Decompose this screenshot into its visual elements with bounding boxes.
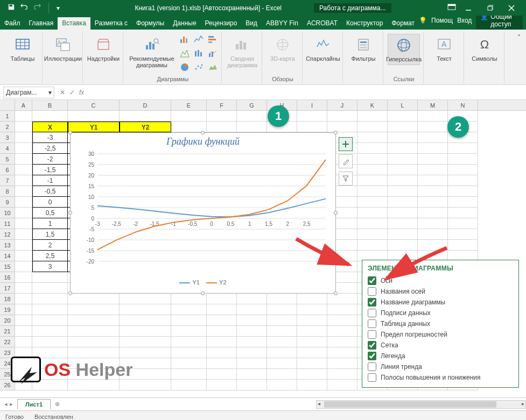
- cell[interactable]: [388, 122, 418, 132]
- cell[interactable]: [15, 240, 32, 251]
- cell[interactable]: [15, 186, 32, 197]
- cell[interactable]: [207, 358, 237, 369]
- cell[interactable]: [267, 380, 297, 390]
- cell[interactable]: [68, 337, 120, 347]
- panel-checkbox[interactable]: [368, 309, 376, 317]
- panel-item[interactable]: Полосы повышения и понижения: [368, 372, 513, 383]
- cell[interactable]: [207, 380, 237, 390]
- tab-insert[interactable]: Вставка: [58, 17, 90, 30]
- cell[interactable]: [448, 165, 478, 175]
- cell[interactable]: [418, 165, 448, 175]
- cell[interactable]: [207, 326, 237, 337]
- panel-checkbox[interactable]: [368, 287, 376, 296]
- cell[interactable]: [32, 272, 68, 283]
- row-header[interactable]: 20: [0, 315, 15, 326]
- cell[interactable]: [357, 111, 388, 122]
- cell[interactable]: [32, 294, 68, 304]
- cell[interactable]: [357, 218, 388, 229]
- col-header[interactable]: E: [171, 100, 207, 110]
- cell[interactable]: [207, 337, 237, 347]
- row-header[interactable]: 5: [0, 154, 15, 165]
- cell[interactable]: [237, 369, 267, 380]
- cell[interactable]: [120, 304, 171, 315]
- row-header[interactable]: 18: [0, 294, 15, 304]
- cell[interactable]: [357, 154, 388, 165]
- select-all-cell[interactable]: [0, 100, 15, 111]
- cell[interactable]: [15, 218, 32, 229]
- cell[interactable]: [418, 208, 448, 218]
- cell[interactable]: [448, 154, 478, 165]
- cell[interactable]: [171, 294, 207, 304]
- restore-button[interactable]: [481, 2, 499, 14]
- cell[interactable]: [120, 337, 171, 347]
- qat-dropdown-icon[interactable]: ▾: [57, 4, 60, 12]
- addins-button[interactable]: Надстройки: [87, 34, 120, 62]
- cell[interactable]: [418, 111, 448, 122]
- cell[interactable]: X: [32, 122, 68, 132]
- tables-button[interactable]: Таблицы: [6, 34, 39, 62]
- cell[interactable]: [297, 337, 327, 347]
- cell[interactable]: [32, 111, 68, 122]
- tell-me-icon[interactable]: 💡: [419, 17, 427, 24]
- cell[interactable]: [357, 122, 388, 132]
- cell[interactable]: [388, 132, 418, 143]
- line-chart-icon[interactable]: [193, 34, 204, 45]
- cell[interactable]: [357, 197, 388, 208]
- cell[interactable]: [68, 326, 120, 337]
- sheet-nav-prev-icon[interactable]: ◂: [4, 401, 8, 408]
- cell[interactable]: [171, 347, 207, 358]
- cell[interactable]: [15, 208, 32, 218]
- cell[interactable]: [327, 315, 357, 326]
- collapse-ribbon-icon[interactable]: ˄: [517, 32, 523, 83]
- tab-file[interactable]: Файл: [0, 17, 25, 30]
- cell[interactable]: [171, 380, 207, 390]
- cell[interactable]: [15, 283, 32, 294]
- cell[interactable]: [237, 294, 267, 304]
- fx-icon[interactable]: fx: [79, 89, 84, 96]
- cell[interactable]: [15, 122, 32, 132]
- cell[interactable]: [171, 369, 207, 380]
- col-header[interactable]: M: [418, 100, 448, 110]
- worksheet-grid[interactable]: ABCDEFGHIJKLMN 12XY1Y23-39-274-2,55-26-1…: [0, 100, 526, 397]
- cell[interactable]: [15, 143, 32, 154]
- cell[interactable]: [388, 165, 418, 175]
- cell[interactable]: [418, 122, 448, 132]
- panel-item[interactable]: Предел погрешностей: [368, 329, 513, 340]
- row-header[interactable]: 19: [0, 304, 15, 315]
- text-button[interactable]: AТекст: [428, 34, 460, 62]
- panel-item[interactable]: Сетка: [368, 340, 513, 351]
- cell[interactable]: [68, 315, 120, 326]
- horizontal-scrollbar[interactable]: ◂ ▸: [316, 400, 526, 409]
- col-header[interactable]: K: [357, 100, 388, 110]
- column-chart-icon[interactable]: [179, 34, 190, 45]
- panel-item[interactable]: Подписи данных: [368, 308, 513, 318]
- cell[interactable]: [15, 165, 32, 175]
- cell[interactable]: [297, 369, 327, 380]
- tab-abbyy[interactable]: ABBYY Fin: [262, 17, 303, 30]
- cell[interactable]: 1: [32, 218, 68, 229]
- cell[interactable]: [207, 347, 237, 358]
- tab-data[interactable]: Данные: [169, 17, 200, 30]
- cell[interactable]: 2: [32, 240, 68, 251]
- enter-formula-icon[interactable]: ✓: [69, 89, 75, 96]
- cell[interactable]: [68, 304, 120, 315]
- cell[interactable]: [267, 294, 297, 304]
- cell[interactable]: [388, 154, 418, 165]
- cell[interactable]: [448, 186, 478, 197]
- cell[interactable]: [15, 337, 32, 347]
- col-header[interactable]: F: [207, 100, 237, 110]
- panel-item[interactable]: Таблица данных: [368, 318, 513, 329]
- cell[interactable]: [207, 304, 237, 315]
- cell[interactable]: [357, 165, 388, 175]
- cell[interactable]: [357, 132, 388, 143]
- cell[interactable]: [237, 347, 267, 358]
- cell[interactable]: [388, 175, 418, 186]
- cell[interactable]: [68, 294, 120, 304]
- cell[interactable]: [15, 175, 32, 186]
- cell[interactable]: -0,5: [32, 186, 68, 197]
- row-header[interactable]: 6: [0, 165, 15, 175]
- sheet-tab[interactable]: Лист1: [17, 399, 51, 409]
- col-header[interactable]: D: [120, 100, 171, 110]
- cell[interactable]: [237, 380, 267, 390]
- hyperlink-button[interactable]: Гиперссылка: [388, 34, 420, 65]
